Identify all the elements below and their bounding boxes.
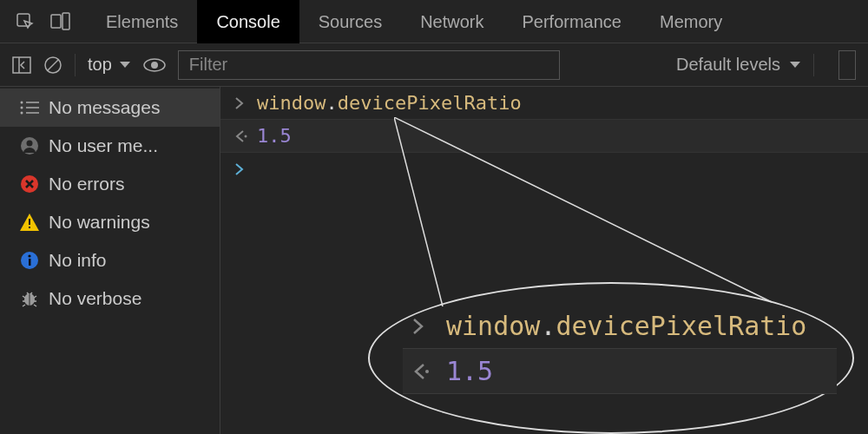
svg-rect-2 xyxy=(62,13,69,30)
svg-line-6 xyxy=(48,60,58,70)
sidebar-item-verbose[interactable]: No verbose xyxy=(0,279,220,318)
result-arrow-icon xyxy=(234,130,257,142)
device-toggle-icon[interactable] xyxy=(50,12,71,31)
console-output: window.devicePixelRatio 1.5 xyxy=(220,87,868,434)
svg-point-28 xyxy=(425,370,429,373)
token-property: devicePixelRatio xyxy=(338,92,522,114)
separator xyxy=(75,54,76,76)
svg-rect-19 xyxy=(29,227,30,228)
svg-rect-21 xyxy=(29,259,31,266)
tab-memory[interactable]: Memory xyxy=(641,0,741,43)
sidebar-item-errors[interactable]: No errors xyxy=(0,165,220,203)
sidebar-item-warnings[interactable]: No warnings xyxy=(0,203,220,241)
error-icon xyxy=(19,174,40,194)
svg-point-8 xyxy=(151,62,158,69)
console-sidebar: No messages No user me... No errors No w… xyxy=(0,87,220,434)
console-toolbar: top Default levels xyxy=(0,43,868,87)
log-levels-selector[interactable]: Default levels xyxy=(676,55,801,75)
filter-input[interactable] xyxy=(178,50,560,80)
zoom-result-row: 1.5 xyxy=(403,349,837,394)
svg-point-16 xyxy=(27,141,33,147)
console-result-row: 1.5 xyxy=(220,120,868,153)
svg-point-13 xyxy=(21,112,23,115)
chevron-down-icon xyxy=(119,61,131,69)
sidebar-item-label: No verbose xyxy=(49,288,141,309)
inspect-icon[interactable] xyxy=(16,12,35,31)
list-icon xyxy=(19,97,40,118)
sidebar-item-label: No info xyxy=(49,250,107,271)
console-expression: window.devicePixelRatio xyxy=(257,92,522,114)
context-selector[interactable]: top xyxy=(88,55,131,75)
token-object: window xyxy=(446,311,540,341)
separator xyxy=(813,54,814,76)
token-property: devicePixelRatio xyxy=(556,311,806,341)
svg-point-11 xyxy=(21,107,23,109)
levels-label: Default levels xyxy=(676,55,780,75)
sidebar-item-info[interactable]: No info xyxy=(0,241,220,279)
chevron-down-icon xyxy=(789,61,801,69)
token-dot: . xyxy=(326,92,337,114)
token-object: window xyxy=(257,92,326,114)
warning-icon xyxy=(19,212,40,233)
tab-performance[interactable]: Performance xyxy=(503,0,641,43)
result-arrow-icon xyxy=(411,363,446,380)
sidebar-item-label: No messages xyxy=(49,97,160,118)
zoom-expression: window.devicePixelRatio xyxy=(446,311,806,341)
sidebar-item-label: No warnings xyxy=(49,212,150,233)
zoom-input-row: window.devicePixelRatio xyxy=(403,304,837,349)
tab-sources[interactable]: Sources xyxy=(299,0,401,43)
console-result-value: 1.5 xyxy=(257,125,292,147)
console-main: No messages No user me... No errors No w… xyxy=(0,87,868,434)
chevron-right-icon xyxy=(234,97,257,109)
chevron-right-icon xyxy=(411,318,446,335)
sidebar-item-user[interactable]: No user me... xyxy=(0,127,220,165)
console-input-row[interactable]: window.devicePixelRatio xyxy=(220,87,868,120)
token-dot: . xyxy=(540,311,556,341)
devtools-tabs: Elements Console Sources Network Perform… xyxy=(0,0,868,43)
clear-console-icon[interactable] xyxy=(43,56,62,75)
chevron-right-icon xyxy=(234,163,257,175)
svg-point-22 xyxy=(28,254,30,257)
sidebar-item-label: No errors xyxy=(49,174,125,194)
svg-point-9 xyxy=(21,102,23,104)
sidebar-item-label: No user me... xyxy=(49,135,158,156)
sidebar-item-messages[interactable]: No messages xyxy=(0,89,220,127)
zoom-callout: window.devicePixelRatio 1.5 xyxy=(403,304,837,394)
tab-console[interactable]: Console xyxy=(197,0,299,43)
svg-point-25 xyxy=(245,135,247,137)
live-expression-icon[interactable] xyxy=(143,57,166,73)
settings-partial-button[interactable] xyxy=(838,50,856,80)
console-prompt-row[interactable] xyxy=(220,153,868,186)
svg-rect-18 xyxy=(29,219,30,225)
info-icon xyxy=(19,250,40,271)
zoom-result-value: 1.5 xyxy=(446,356,493,386)
user-icon xyxy=(19,135,40,156)
bug-icon xyxy=(19,288,40,309)
toggle-sidebar-icon[interactable] xyxy=(12,56,31,74)
svg-rect-1 xyxy=(51,15,61,28)
context-label: top xyxy=(88,55,112,75)
tab-network[interactable]: Network xyxy=(401,0,503,43)
tab-elements[interactable]: Elements xyxy=(87,0,197,43)
